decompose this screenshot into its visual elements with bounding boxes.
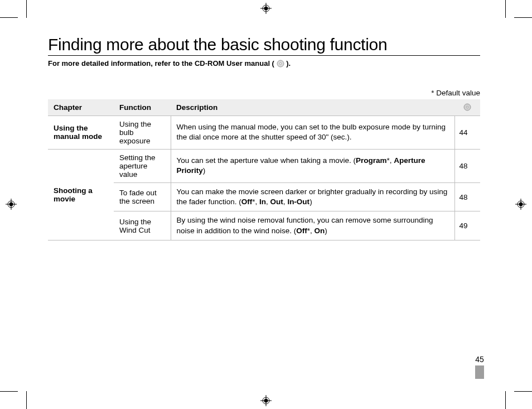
page-number: 45 — [475, 355, 484, 379]
table-row: Shooting a movie Setting the aperture va… — [48, 149, 480, 182]
cd-rom-icon — [277, 60, 284, 68]
svg-point-17 — [279, 62, 281, 64]
table-header-row: Chapter Function Description — [48, 99, 480, 116]
registration-mark-icon — [6, 199, 17, 210]
cell-chapter: Using the manual mode — [48, 116, 114, 149]
cell-function: Setting the aperture value — [114, 149, 171, 182]
cell-function: To fade out the screen — [114, 182, 171, 211]
cell-page: 49 — [454, 211, 480, 240]
cell-description: By using the wind noise removal function… — [171, 211, 454, 240]
header-function: Function — [114, 99, 171, 116]
page-title: Finding more about the basic shooting fu… — [48, 35, 480, 56]
reference-table: Chapter Function Description Using the m… — [48, 99, 480, 240]
registration-mark-icon — [260, 395, 272, 406]
header-page-icon — [454, 99, 480, 116]
default-value-note: * Default value — [48, 89, 480, 97]
cell-page: 48 — [454, 182, 480, 211]
header-description: Description — [171, 99, 454, 116]
registration-mark-icon — [515, 199, 526, 210]
cell-description: You can set the aperture value when taki… — [171, 149, 454, 182]
cell-page: 48 — [454, 149, 480, 182]
registration-mark-icon — [260, 3, 272, 14]
table-row: Using the manual mode Using the bulb exp… — [48, 116, 480, 149]
page-tab-marker — [475, 365, 484, 379]
cell-function: Using the bulb exposure — [114, 116, 171, 149]
cell-chapter: Shooting a movie — [48, 149, 114, 240]
cell-function: Using the Wind Cut — [114, 211, 171, 240]
svg-point-19 — [466, 107, 468, 108]
cell-page: 44 — [454, 116, 480, 149]
cell-description: When using the manual mode, you can set … — [171, 116, 454, 149]
header-chapter: Chapter — [48, 99, 114, 116]
cell-description: You can make the movie screen darker or … — [171, 182, 454, 211]
subtitle: For more detailed information, refer to … — [48, 59, 480, 69]
